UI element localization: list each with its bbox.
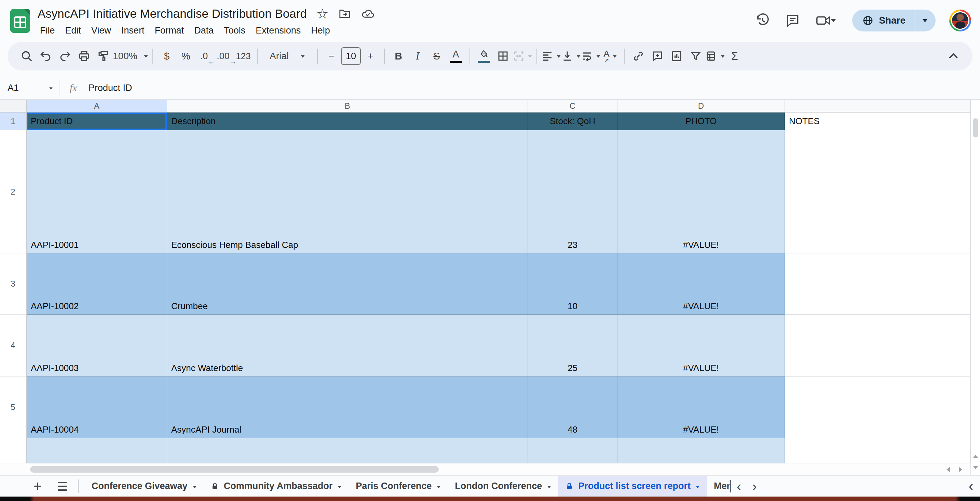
cell-a6[interactable] xyxy=(27,438,167,463)
tabs-scroll-right[interactable]: › xyxy=(747,479,762,493)
vertical-align-button[interactable] xyxy=(561,46,581,66)
row-header-3[interactable]: 3 xyxy=(0,254,27,314)
menu-format[interactable]: Format xyxy=(150,23,189,38)
paint-format-icon[interactable] xyxy=(94,46,113,66)
version-history-icon[interactable] xyxy=(754,13,770,29)
scroll-down-arrow[interactable] xyxy=(973,466,978,472)
search-icon[interactable] xyxy=(17,46,36,66)
cell-c6[interactable] xyxy=(528,438,617,463)
cell-c3[interactable]: 10 xyxy=(528,254,617,314)
cell-a4[interactable]: AAPI-10003 xyxy=(27,314,167,377)
increase-decimal-icon[interactable]: .00→ xyxy=(215,46,234,66)
vertical-scrollbar[interactable] xyxy=(970,100,980,475)
text-rotation-button[interactable]: A ↗ xyxy=(601,46,620,66)
cell-d4[interactable]: #VALUE! xyxy=(617,314,785,377)
menu-extensions[interactable]: Extensions xyxy=(250,23,306,38)
currency-format-icon[interactable]: $ xyxy=(157,46,176,66)
column-header-a[interactable]: A xyxy=(27,100,167,113)
cell-b6[interactable] xyxy=(167,438,528,463)
text-color-button[interactable]: A xyxy=(446,46,465,66)
decrease-font-size-button[interactable]: − xyxy=(322,46,341,66)
cell-d1[interactable]: PHOTO xyxy=(617,113,785,130)
borders-button[interactable] xyxy=(493,46,512,66)
decrease-decimal-icon[interactable]: .0← xyxy=(196,46,215,66)
cell-a2[interactable]: AAPI-10001 xyxy=(27,130,167,254)
cell-b4[interactable]: Async Waterbottle xyxy=(167,314,528,377)
strikethrough-button[interactable]: S xyxy=(427,46,446,66)
cell-a3[interactable]: AAPI-10002 xyxy=(27,254,167,314)
tab-paris-conference[interactable]: Paris Conference xyxy=(349,476,448,496)
column-header-e[interactable] xyxy=(785,100,970,113)
horizontal-scrollbar[interactable] xyxy=(0,463,970,475)
cell-e2[interactable] xyxy=(785,130,970,254)
select-all-corner[interactable] xyxy=(0,100,27,113)
column-header-c[interactable]: C xyxy=(528,100,617,113)
cell-b3[interactable]: Crumbee xyxy=(167,254,528,314)
vertical-scrollbar-thumb[interactable] xyxy=(973,118,978,137)
column-header-d[interactable]: D xyxy=(617,100,785,113)
menu-data[interactable]: Data xyxy=(189,23,219,38)
cell-e5[interactable] xyxy=(785,377,970,438)
meet-dropdown-caret[interactable] xyxy=(831,19,836,25)
row-header-2[interactable]: 2 xyxy=(0,130,27,254)
zoom-select[interactable]: 100% xyxy=(113,46,148,66)
horizontal-align-button[interactable] xyxy=(541,46,561,66)
menu-view[interactable]: View xyxy=(86,23,116,38)
share-button[interactable]: Share xyxy=(852,10,935,32)
print-icon[interactable] xyxy=(75,46,94,66)
tab-conference-giveaway[interactable]: Conference Giveaway xyxy=(85,476,204,496)
share-dropdown[interactable] xyxy=(915,16,935,25)
tab-london-conference[interactable]: London Conference xyxy=(448,476,558,496)
insert-link-icon[interactable] xyxy=(629,46,648,66)
sheets-logo-icon[interactable] xyxy=(10,9,30,33)
meet-video-icon[interactable] xyxy=(815,13,836,29)
fill-color-button[interactable] xyxy=(474,46,493,66)
tab-dropdown-caret[interactable] xyxy=(696,486,700,490)
formula-input[interactable]: Product ID xyxy=(89,83,132,93)
star-icon[interactable]: ☆ xyxy=(317,7,329,21)
cell-e4[interactable] xyxy=(785,314,970,377)
italic-button[interactable]: I xyxy=(408,46,427,66)
functions-button[interactable]: Σ xyxy=(725,46,744,66)
text-wrap-button[interactable] xyxy=(581,46,601,66)
table-views-button[interactable] xyxy=(705,46,725,66)
share-main[interactable]: Share xyxy=(852,15,914,26)
account-avatar[interactable] xyxy=(949,10,971,32)
cell-c1[interactable]: Stock: QoH xyxy=(528,113,617,130)
row-header-1[interactable]: 1 xyxy=(0,113,27,130)
row-header-4[interactable]: 4 xyxy=(0,314,27,377)
undo-icon[interactable] xyxy=(36,46,56,66)
move-to-folder-icon[interactable] xyxy=(338,7,351,20)
custom-number-format[interactable]: 123 xyxy=(234,46,253,66)
insert-comment-icon[interactable] xyxy=(648,46,667,66)
tab-community-ambassador[interactable]: Community Ambassador xyxy=(204,476,349,496)
bold-button[interactable]: B xyxy=(389,46,408,66)
cell-b5[interactable]: AsyncAPI Journal xyxy=(167,377,528,438)
scroll-up-arrow[interactable] xyxy=(973,452,978,458)
cell-c4[interactable]: 25 xyxy=(528,314,617,377)
tab-dropdown-caret[interactable] xyxy=(547,486,551,490)
row-header-6[interactable] xyxy=(0,438,27,463)
cell-e1-notes[interactable]: NOTES xyxy=(785,113,970,130)
column-header-b[interactable]: B xyxy=(167,100,528,113)
menu-edit[interactable]: Edit xyxy=(60,23,86,38)
cell-d5[interactable]: #VALUE! xyxy=(617,377,785,438)
cell-b1[interactable]: Description xyxy=(167,113,528,130)
horizontal-scrollbar-thumb[interactable] xyxy=(30,466,439,472)
document-title[interactable]: AsyncAPI Initiative Merchandise Distribu… xyxy=(38,7,307,21)
redo-icon[interactable] xyxy=(56,46,75,66)
cell-d2[interactable]: #VALUE! xyxy=(617,130,785,254)
percent-format-icon[interactable]: % xyxy=(176,46,196,66)
cell-d3[interactable]: #VALUE! xyxy=(617,254,785,314)
cell-a5[interactable]: AAPI-10004 xyxy=(27,377,167,438)
cell-b2[interactable]: Econscious Hemp Baseball Cap xyxy=(167,130,528,254)
tab-dropdown-caret[interactable] xyxy=(338,486,342,490)
comments-icon[interactable] xyxy=(785,13,800,28)
menu-tools[interactable]: Tools xyxy=(219,23,250,38)
font-select[interactable]: Arial xyxy=(262,46,313,66)
scroll-left-arrow[interactable] xyxy=(944,467,950,472)
scroll-right-arrow[interactable] xyxy=(959,467,965,472)
menu-help[interactable]: Help xyxy=(306,23,335,38)
insert-chart-icon[interactable] xyxy=(667,46,686,66)
cell-c5[interactable]: 48 xyxy=(528,377,617,438)
